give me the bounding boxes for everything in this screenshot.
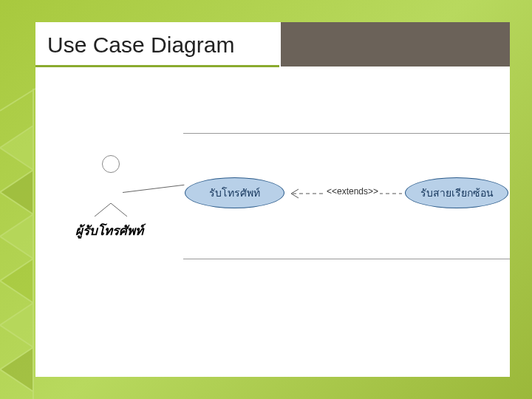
svg-marker-3: [0, 259, 33, 303]
extends-stereotype-label: <<extends>>: [325, 186, 380, 197]
usecase-receive-call: รับโทรศัพท์: [185, 177, 284, 208]
actor-label: ผู้รับโทรศัพท์: [75, 220, 143, 240]
usecase-call-waiting: รับสายเรียกซ้อน: [405, 177, 508, 208]
usecase-label: รับโทรศัพท์: [209, 185, 260, 201]
system-boundary-bottom: [183, 259, 510, 259]
svg-line-8: [95, 203, 111, 216]
svg-marker-1: [0, 170, 33, 214]
svg-marker-4: [0, 303, 33, 347]
slide-title: Use Case Diagram: [47, 33, 234, 58]
system-boundary-top: [183, 133, 510, 134]
svg-marker-2: [0, 214, 33, 259]
svg-marker-5: [0, 347, 33, 392]
svg-line-9: [111, 203, 127, 216]
header-accent-bar: [281, 22, 510, 66]
association-line: [123, 185, 184, 193]
svg-line-7: [0, 89, 35, 111]
svg-marker-0: [0, 126, 33, 170]
actor-body-icon: [95, 203, 127, 216]
use-case-diagram: ผู้รับโทรศัพท์ รับโทรศัพท์ รับสายเรียกซ้…: [80, 133, 495, 296]
slide-content-panel: Use Case Diagram ผู้รับโทรศัพท์ รับโทรศั…: [35, 22, 510, 377]
usecase-label: รับสายเรียกซ้อน: [420, 185, 494, 201]
title-underline: [35, 65, 279, 67]
actor-head: [102, 155, 120, 173]
